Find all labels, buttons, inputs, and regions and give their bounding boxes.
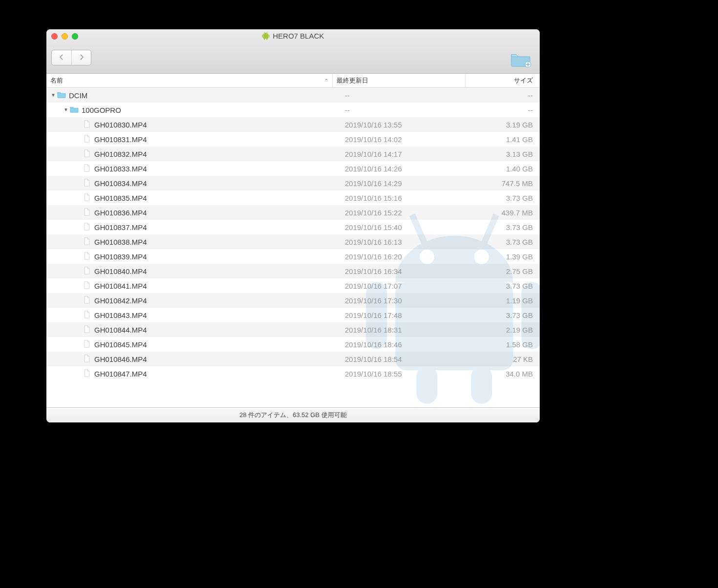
cell-date: 2019/10/16 16:34 [341, 267, 469, 275]
cell-date: 2019/10/16 13:55 [341, 121, 469, 129]
cell-name: GH010839.MP4 [46, 252, 341, 261]
file-row[interactable]: GH010839.MP42019/10/16 16:201.39 GB [46, 249, 540, 264]
file-row[interactable]: GH010832.MP42019/10/16 14:173.13 GB [46, 147, 540, 161]
svg-point-8 [267, 33, 267, 34]
file-icon [83, 120, 91, 129]
item-name: GH010834.MP4 [94, 179, 147, 188]
column-header-date-label: 最終更新日 [337, 76, 368, 85]
new-folder-button[interactable] [509, 50, 533, 67]
statusbar-text: 28 件のアイテム、63.52 GB 使用可能 [239, 411, 347, 420]
cell-date: -- [341, 91, 469, 100]
cell-date: -- [341, 106, 469, 114]
file-row[interactable]: GH010843.MP42019/10/16 17:483.73 GB [46, 308, 540, 322]
cell-size: 3.73 GB [469, 223, 540, 231]
file-row[interactable]: GH010847.MP42019/10/16 18:5534.0 MB [46, 366, 540, 381]
cell-date: 2019/10/16 14:26 [341, 165, 469, 173]
file-icon [83, 179, 91, 188]
forward-button[interactable] [71, 50, 91, 65]
file-icon [83, 223, 91, 232]
nav-buttons [51, 50, 91, 65]
file-row[interactable]: GH010835.MP42019/10/16 15:163.73 GB [46, 190, 540, 205]
svg-rect-3 [264, 38, 265, 40]
item-name: GH010840.MP4 [94, 267, 147, 275]
cell-size: 3.73 GB [469, 238, 540, 246]
folder-icon [57, 91, 66, 100]
file-row[interactable]: GH010836.MP42019/10/16 15:22439.7 MB [46, 205, 540, 220]
cell-size: 3.73 GB [469, 194, 540, 202]
android-icon [262, 32, 270, 41]
column-header-date[interactable]: 最終更新日 [333, 74, 465, 87]
item-name: GH010838.MP4 [94, 238, 147, 246]
svg-point-7 [264, 33, 265, 34]
chevron-left-icon [59, 54, 64, 60]
item-name: GH010846.MP4 [94, 355, 147, 363]
back-button[interactable] [52, 50, 71, 65]
file-row[interactable]: GH010840.MP42019/10/16 16:342.75 GB [46, 264, 540, 278]
file-row[interactable]: GH010841.MP42019/10/16 17:073.73 GB [46, 278, 540, 293]
file-row[interactable]: GH010831.MP42019/10/16 14:021.41 GB [46, 132, 540, 147]
cell-name: GH010832.MP4 [46, 149, 341, 159]
cell-size: 34.0 MB [469, 370, 540, 378]
column-header-name-label: 名前 [50, 76, 63, 85]
cell-date: 2019/10/16 15:16 [341, 194, 469, 202]
file-row[interactable]: GH010846.MP42019/10/16 18:5427 KB [46, 352, 540, 366]
file-row[interactable]: GH010842.MP42019/10/16 17:301.19 GB [46, 293, 540, 308]
cell-name: GH010841.MP4 [46, 281, 341, 291]
cell-date: 2019/10/16 18:55 [341, 370, 469, 378]
svg-rect-1 [262, 35, 263, 38]
cell-date: 2019/10/16 18:54 [341, 355, 469, 363]
item-name: GH010844.MP4 [94, 326, 147, 334]
cell-size: 3.19 GB [469, 121, 540, 129]
file-row[interactable]: GH010838.MP42019/10/16 16:133.73 GB [46, 234, 540, 249]
column-header-size[interactable]: サイズ [465, 74, 540, 87]
disclosure-triangle-icon[interactable]: ▼ [50, 92, 56, 98]
file-row[interactable]: GH010837.MP42019/10/16 15:403.73 GB [46, 220, 540, 234]
cell-size: 439.7 MB [469, 209, 540, 217]
column-header-name[interactable]: 名前 ⌃ [46, 74, 333, 87]
file-listing[interactable]: ▼DCIM----▼100GOPRO----GH010830.MP42019/1… [46, 88, 540, 407]
file-icon [83, 325, 91, 335]
column-header-size-label: サイズ [514, 76, 533, 85]
cell-name: GH010837.MP4 [46, 223, 341, 232]
cell-name: GH010847.MP4 [46, 369, 341, 378]
item-name: GH010841.MP4 [94, 282, 147, 290]
cell-name: GH010835.MP4 [46, 193, 341, 203]
cell-size: 27 KB [469, 355, 540, 363]
cell-date: 2019/10/16 17:07 [341, 282, 469, 290]
cell-size: 2.19 GB [469, 326, 540, 334]
chevron-right-icon [79, 54, 84, 60]
item-name: DCIM [69, 91, 87, 100]
file-row[interactable]: GH010845.MP42019/10/16 18:461.58 GB [46, 337, 540, 352]
file-row[interactable]: GH010830.MP42019/10/16 13:553.19 GB [46, 117, 540, 132]
disclosure-triangle-icon[interactable]: ▼ [63, 107, 69, 112]
cell-date: 2019/10/16 15:40 [341, 223, 469, 231]
folder-row[interactable]: ▼DCIM---- [46, 88, 540, 103]
svg-rect-0 [263, 35, 268, 39]
cell-date: 2019/10/16 16:13 [341, 238, 469, 246]
item-name: GH010833.MP4 [94, 165, 147, 173]
file-row[interactable]: GH010833.MP42019/10/16 14:261.40 GB [46, 161, 540, 176]
file-icon [83, 296, 91, 305]
cell-name: ▼DCIM [46, 91, 341, 100]
file-row[interactable]: GH010834.MP42019/10/16 14:29747.5 MB [46, 176, 540, 190]
cell-size: -- [469, 91, 540, 100]
file-icon [83, 135, 91, 144]
cell-size: 1.19 GB [469, 296, 540, 305]
file-icon [83, 164, 91, 173]
svg-line-6 [267, 32, 268, 34]
item-name: GH010836.MP4 [94, 209, 147, 217]
cell-size: 3.13 GB [469, 150, 540, 158]
file-icon [83, 208, 91, 217]
cell-name: GH010844.MP4 [46, 325, 341, 335]
sort-ascending-icon: ⌃ [324, 78, 328, 84]
cell-date: 2019/10/16 14:17 [341, 150, 469, 158]
cell-date: 2019/10/16 14:29 [341, 179, 469, 188]
file-icon [83, 252, 91, 261]
cell-name: GH010846.MP4 [46, 355, 341, 364]
item-name: 100GOPRO [82, 106, 121, 114]
statusbar: 28 件のアイテム、63.52 GB 使用可能 [46, 407, 540, 422]
cell-name: GH010845.MP4 [46, 340, 341, 349]
cell-size: 1.39 GB [469, 252, 540, 261]
folder-row[interactable]: ▼100GOPRO---- [46, 103, 540, 117]
file-row[interactable]: GH010844.MP42019/10/16 18:312.19 GB [46, 322, 540, 337]
